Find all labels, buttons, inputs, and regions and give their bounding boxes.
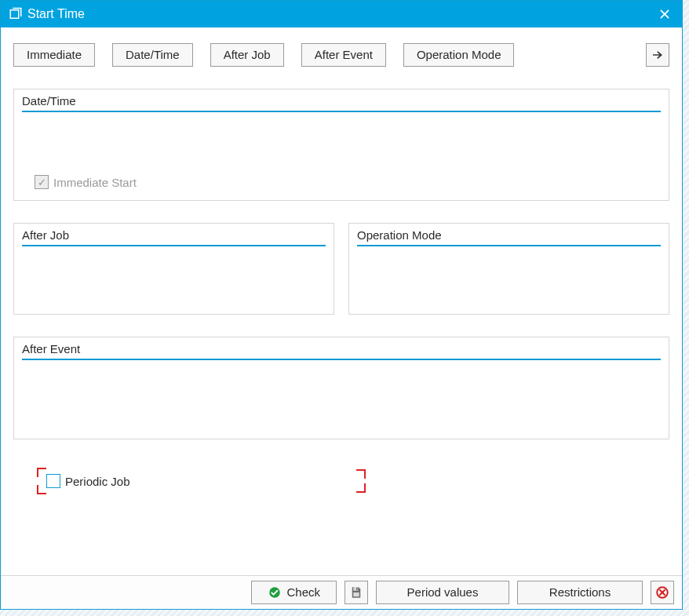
start-time-dialog: Start Time Immediate Date/Time After Job… bbox=[0, 0, 683, 610]
arrow-right-icon bbox=[651, 48, 665, 62]
after-job-group: After Job bbox=[13, 223, 334, 315]
save-button[interactable] bbox=[344, 581, 368, 604]
period-values-label: Period values bbox=[407, 585, 479, 599]
checkbox-checked-icon: ✓ bbox=[35, 175, 49, 189]
period-values-button[interactable]: Period values bbox=[376, 581, 509, 604]
close-icon[interactable] bbox=[655, 5, 674, 24]
svg-rect-5 bbox=[353, 592, 359, 596]
checkbox-unchecked-icon bbox=[46, 474, 60, 488]
date-time-group: Date/Time ✓ Immediate Start bbox=[13, 89, 669, 201]
dialog-footer: Check Period values Restrictions bbox=[1, 575, 682, 609]
dialog-title: Start Time bbox=[27, 7, 655, 21]
immediate-start-label: Immediate Start bbox=[53, 176, 137, 189]
immediate-start-checkbox: ✓ Immediate Start bbox=[35, 175, 137, 189]
operation-mode-group: Operation Mode bbox=[348, 223, 669, 315]
cancel-button[interactable] bbox=[651, 581, 674, 604]
tab-operation-mode[interactable]: Operation Mode bbox=[403, 43, 515, 66]
operation-mode-group-title: Operation Mode bbox=[357, 228, 661, 246]
check-circle-icon bbox=[268, 585, 282, 600]
restrictions-label: Restrictions bbox=[549, 585, 611, 599]
restrictions-button[interactable]: Restrictions bbox=[517, 581, 643, 604]
save-icon bbox=[349, 585, 363, 600]
title-bar: Start Time bbox=[1, 1, 682, 27]
tab-after-job[interactable]: After Job bbox=[210, 43, 284, 66]
cancel-icon bbox=[655, 585, 669, 600]
svg-rect-0 bbox=[10, 10, 19, 19]
after-event-group: After Event bbox=[13, 337, 669, 439]
more-tabs-button[interactable] bbox=[646, 43, 669, 67]
tab-after-event[interactable]: After Event bbox=[301, 43, 386, 66]
dialog-icon bbox=[9, 7, 23, 21]
periodic-job-label: Periodic Job bbox=[65, 475, 130, 488]
start-condition-tabs: Immediate Date/Time After Job After Even… bbox=[13, 43, 669, 67]
periodic-job-checkbox[interactable]: Periodic Job bbox=[46, 474, 130, 488]
required-bracket-close bbox=[352, 469, 366, 493]
after-job-group-title: After Job bbox=[22, 228, 326, 246]
tab-immediate[interactable]: Immediate bbox=[13, 43, 95, 66]
svg-rect-6 bbox=[356, 588, 358, 590]
periodic-job-region: Periodic Job bbox=[13, 461, 669, 493]
required-bracket-open: Periodic Job bbox=[42, 469, 132, 493]
date-time-group-title: Date/Time bbox=[22, 94, 661, 112]
tab-date-time[interactable]: Date/Time bbox=[112, 43, 193, 66]
check-button[interactable]: Check bbox=[251, 581, 337, 604]
dialog-body: Immediate Date/Time After Job After Even… bbox=[1, 27, 682, 575]
after-event-group-title: After Event bbox=[22, 342, 661, 360]
after-job-op-mode-row: After Job Operation Mode bbox=[13, 223, 669, 315]
check-button-label: Check bbox=[286, 585, 320, 599]
